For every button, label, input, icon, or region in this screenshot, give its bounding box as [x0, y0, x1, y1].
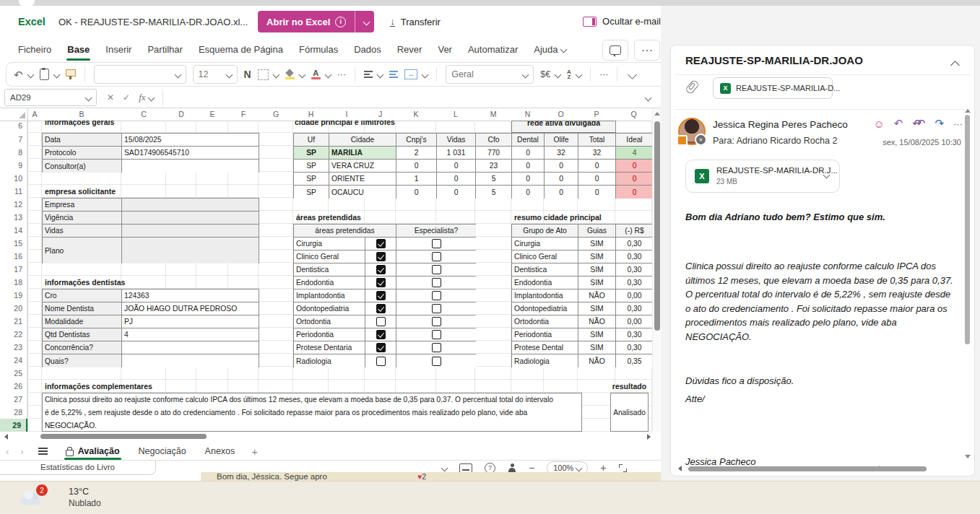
cidades-cell[interactable]: 32: [578, 147, 616, 160]
background-message-strip[interactable]: Bom dia, Jéssica. Segue apro ♥2: [201, 472, 675, 481]
cidades-cell[interactable]: 2: [396, 147, 437, 160]
areas-header[interactable]: Especialista?: [396, 225, 476, 238]
column-header-Q[interactable]: Q: [615, 108, 652, 121]
resumo-name-cell[interactable]: Protese Dental: [512, 341, 578, 354]
specialist-checkbox-cell[interactable]: [396, 302, 476, 315]
scroll-right-icon[interactable]: [647, 434, 651, 440]
confirm-entry-button[interactable]: ✓: [123, 92, 130, 103]
open-in-excel-dropdown[interactable]: [355, 11, 374, 32]
ribbon-tab-rever[interactable]: Rever: [389, 39, 430, 60]
cidades-header[interactable]: Olife: [545, 134, 578, 147]
ribbon-tab-inserir[interactable]: Inserir: [97, 39, 139, 60]
row-header-11[interactable]: 11: [0, 185, 27, 198]
sheet-hscroll-thumb[interactable]: [40, 434, 207, 439]
cidades-cell[interactable]: 0: [512, 186, 545, 199]
cancel-entry-button[interactable]: ✕: [107, 92, 114, 103]
column-header-I[interactable]: I: [329, 108, 365, 121]
cidades-cell[interactable]: 0: [545, 160, 578, 173]
column-header-N[interactable]: N: [511, 108, 544, 121]
cidades-cell[interactable]: MARILIA: [329, 147, 396, 160]
cidades-cell[interactable]: 5: [476, 173, 512, 186]
column-header-D[interactable]: D: [166, 108, 196, 121]
label-cell[interactable]: Cro: [43, 289, 122, 302]
add-sheet-button[interactable]: +: [244, 445, 265, 458]
row-header-10[interactable]: 10: [0, 172, 27, 185]
area-checkbox-cell[interactable]: [365, 341, 396, 354]
area-checkbox-cell[interactable]: [365, 302, 396, 315]
cidades-cell[interactable]: 770: [476, 147, 512, 160]
download-button[interactable]: ↓ Transferir: [390, 17, 441, 27]
sheet-nav-next[interactable]: ›: [14, 446, 29, 457]
label-cell[interactable]: Nome Dentista: [43, 302, 122, 315]
resumo-guias-cell[interactable]: SIM: [578, 302, 616, 315]
area-name-cell[interactable]: Clinico Geral: [294, 251, 365, 263]
area-checkbox-cell[interactable]: [365, 276, 396, 289]
label-cell[interactable]: Consultor(a): [43, 160, 122, 173]
cidades-cell[interactable]: SP: [294, 173, 329, 186]
row-header-15[interactable]: 15: [0, 237, 27, 250]
resumo-valor-cell[interactable]: 0,00: [616, 315, 652, 328]
cidades-cell[interactable]: 1 031: [437, 147, 476, 160]
cidades-cell[interactable]: 4: [616, 147, 652, 160]
name-box[interactable]: AD29: [4, 89, 97, 106]
checkbox-checked[interactable]: [376, 291, 386, 300]
resultado-box[interactable]: Analisado: [610, 393, 649, 432]
cidades-cell[interactable]: 0: [616, 186, 652, 199]
toolbar-more-button[interactable]: ···: [599, 69, 609, 79]
borders-button[interactable]: [258, 69, 279, 80]
resumo-header[interactable]: (-) R$: [616, 225, 652, 238]
row-header-14[interactable]: 14: [0, 224, 27, 237]
scroll-left-icon[interactable]: [678, 466, 682, 471]
resumo-name-cell[interactable]: Ortodontia: [512, 315, 578, 328]
area-checkbox-cell[interactable]: [365, 289, 396, 302]
sort-filter-button[interactable]: AZ: [567, 69, 581, 80]
checkbox-checked[interactable]: [376, 343, 386, 352]
ribbon-tab-esquema-de-página[interactable]: Esquema de Página: [191, 39, 291, 60]
value-cell[interactable]: [122, 225, 259, 238]
areas-header[interactable]: áreas pretendidas: [294, 225, 396, 238]
wrap-text-button[interactable]: [389, 71, 398, 77]
column-header-B[interactable]: B: [42, 108, 121, 121]
more-actions-icon[interactable]: ···: [953, 118, 963, 129]
sheet-nav-prev[interactable]: ‹: [0, 446, 14, 457]
currency-format-button[interactable]: $€: [540, 69, 560, 79]
checkbox-checked[interactable]: [376, 252, 386, 261]
cidades-cell[interactable]: 0: [512, 173, 545, 186]
resumo-name-cell[interactable]: Implantodontia: [512, 289, 578, 302]
resumo-header[interactable]: Grupo de Ato: [512, 225, 578, 238]
all-sheets-icon[interactable]: [38, 448, 48, 455]
area-name-cell[interactable]: Protese Dentaria: [294, 341, 365, 354]
area-name-cell[interactable]: Cirurgia: [294, 238, 365, 251]
font-size-select[interactable]: 12: [193, 65, 238, 84]
resumo-valor-cell[interactable]: 0,00: [616, 289, 652, 302]
row-header-26[interactable]: 26: [0, 380, 27, 393]
value-cell[interactable]: SAD174906545710: [122, 147, 259, 160]
add-reaction-icon[interactable]: ☺: [873, 118, 884, 130]
checkbox-checked[interactable]: [376, 239, 386, 248]
undo-button[interactable]: ↶: [14, 69, 33, 80]
resumo-valor-cell[interactable]: 0,30: [616, 328, 652, 341]
resumo-name-cell[interactable]: Dentistica: [512, 263, 578, 276]
checkbox-checked[interactable]: [376, 330, 386, 339]
label-cell[interactable]: Empresa: [43, 199, 122, 212]
cidades-cell[interactable]: 0: [616, 173, 652, 186]
cidades-cell[interactable]: 0: [578, 186, 616, 199]
resumo-valor-cell[interactable]: 0,30: [616, 341, 652, 354]
area-checkbox-cell[interactable]: [365, 328, 396, 341]
ribbon-tab-partilhar[interactable]: Partilhar: [139, 39, 190, 60]
resumo-header[interactable]: Guias: [578, 225, 616, 238]
cidades-cell[interactable]: 0: [578, 173, 616, 186]
ribbon-collapse-button[interactable]: [626, 71, 636, 78]
cidades-header[interactable]: Vidas: [437, 134, 476, 147]
column-header-K[interactable]: K: [396, 108, 436, 121]
value-cell[interactable]: 15/08/2025: [122, 134, 259, 147]
cidades-cell[interactable]: OCAUCU: [329, 186, 396, 199]
paste-button[interactable]: [40, 69, 59, 80]
specialist-checkbox-cell[interactable]: [396, 263, 476, 276]
column-header-M[interactable]: M: [475, 108, 511, 121]
format-painter-button[interactable]: [66, 72, 76, 77]
forward-icon[interactable]: ↷: [935, 117, 944, 130]
formula-bar-expand-icon[interactable]: [645, 94, 652, 101]
cidades-cell[interactable]: SP: [294, 147, 329, 160]
area-name-cell[interactable]: Radiologia: [294, 354, 365, 367]
